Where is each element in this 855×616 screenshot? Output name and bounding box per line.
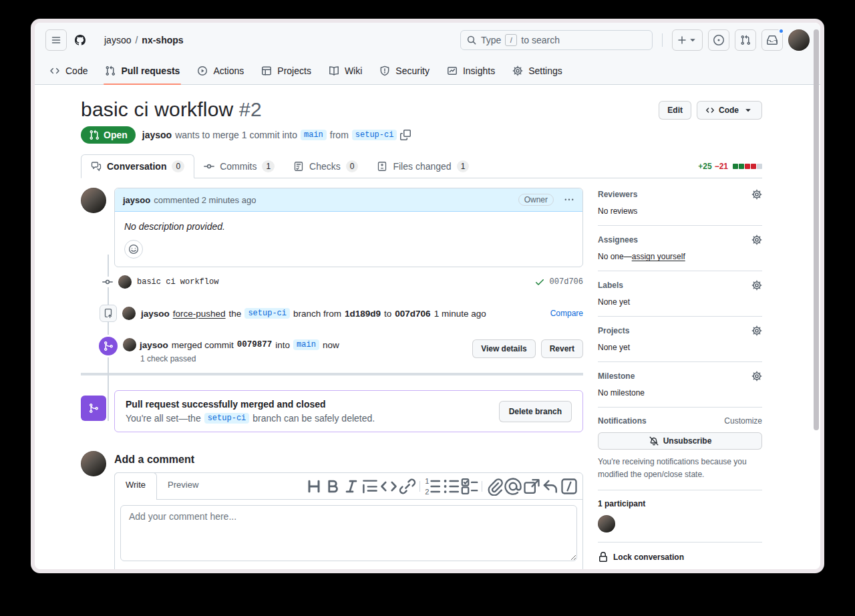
issues-icon: [713, 35, 724, 45]
diffstat: +25 −21: [698, 162, 762, 178]
attachment-icon[interactable]: [485, 477, 504, 496]
nav-tab-wiki[interactable]: Wiki: [322, 57, 369, 84]
editor-tabbar: Write Preview 12: [115, 473, 582, 500]
merged-banner-box: Pull request successfully merged and clo…: [114, 390, 583, 432]
merge-commit-hash[interactable]: 0079877: [237, 340, 273, 349]
commit-message[interactable]: basic ci workflow: [137, 277, 218, 287]
merge-author[interactable]: jaysoo: [140, 340, 168, 350]
sidebar-section-assignees: Assignees No one—assign yourself: [598, 226, 762, 271]
tab-files-changed[interactable]: Files changed 1: [367, 155, 478, 178]
comment-box: jaysoo commented 2 minutes ago Owner No …: [114, 188, 583, 267]
breadcrumb-repo[interactable]: nx-shops: [142, 35, 183, 45]
add-reaction-button[interactable]: [124, 240, 143, 259]
nav-tab-projects[interactable]: Projects: [254, 57, 318, 84]
link-icon[interactable]: [398, 477, 417, 496]
user-avatar[interactable]: [788, 29, 810, 51]
merge-author-avatar[interactable]: [123, 338, 136, 351]
preview-tab[interactable]: Preview: [157, 473, 209, 499]
compare-link[interactable]: Compare: [550, 309, 583, 318]
saved-replies-icon[interactable]: [560, 477, 578, 496]
ordered-list-icon[interactable]: 12: [423, 477, 442, 496]
commit-hash[interactable]: 007d706: [550, 277, 583, 287]
tab-conversation[interactable]: Conversation 0: [81, 154, 194, 178]
lock-conversation-button[interactable]: Lock conversation: [598, 543, 762, 569]
unordered-list-icon[interactable]: [442, 477, 460, 496]
force-pushed-link[interactable]: force-pushed: [173, 309, 226, 319]
gear-icon[interactable]: [751, 235, 762, 245]
status-badge: Open: [81, 126, 136, 144]
comment-author[interactable]: jaysoo: [123, 195, 150, 205]
comment-author-avatar[interactable]: [81, 188, 106, 213]
code-icon: [705, 106, 715, 115]
head-branch-label[interactable]: setup-ci: [352, 130, 397, 140]
commits-count: 1: [262, 160, 275, 172]
pr-author[interactable]: jaysoo: [142, 130, 172, 140]
assign-yourself-link[interactable]: assign yourself: [632, 252, 685, 261]
inbox-button[interactable]: [761, 29, 783, 51]
bell-slash-icon: [649, 436, 659, 446]
nav-tab-security[interactable]: Security: [373, 57, 436, 84]
participant-avatar[interactable]: [598, 515, 615, 532]
mention-icon[interactable]: [504, 477, 522, 496]
unsubscribe-button[interactable]: Unsubscribe: [598, 432, 762, 450]
issues-button[interactable]: [708, 29, 729, 51]
nav-tab-code[interactable]: Code: [43, 57, 94, 84]
tasklist-icon[interactable]: [460, 477, 479, 496]
comment-header: jaysoo commented 2 minutes ago Owner: [115, 188, 582, 212]
tab-commits[interactable]: Commits 1: [194, 155, 284, 178]
push-branch-label[interactable]: setup-ci: [244, 308, 290, 319]
cross-reference-icon[interactable]: [522, 477, 541, 496]
current-user-avatar[interactable]: [81, 451, 106, 476]
shield-icon: [379, 65, 390, 76]
file-diff-icon: [377, 161, 387, 172]
nav-tab-insights[interactable]: Insights: [440, 57, 502, 84]
revert-button[interactable]: Revert: [541, 339, 583, 358]
code-dropdown-button[interactable]: Code: [697, 101, 762, 120]
banner-branch-label[interactable]: setup-ci: [204, 413, 250, 424]
italic-icon[interactable]: [342, 477, 361, 496]
customize-link[interactable]: Customize: [724, 416, 762, 426]
github-logo-icon[interactable]: [75, 29, 96, 51]
gear-icon[interactable]: [751, 371, 762, 381]
tab-checks[interactable]: Checks 0: [284, 155, 367, 178]
gear-icon[interactable]: [751, 280, 762, 291]
repo-push-icon: [103, 308, 114, 319]
push-new-hash[interactable]: 007d706: [395, 309, 430, 319]
code-icon[interactable]: [379, 477, 398, 496]
commit-author-avatar[interactable]: [118, 275, 132, 289]
view-details-button[interactable]: View details: [472, 339, 535, 358]
pr-header: basic ci workflow #2 Edit Code: [81, 98, 762, 121]
sidebar-section-reviewers: Reviewers No reviews: [598, 188, 762, 226]
comment-editor: Write Preview 12: [114, 472, 583, 569]
quote-icon[interactable]: [361, 477, 379, 496]
merge-branch-label[interactable]: main: [293, 339, 319, 350]
nav-tab-pull-requests[interactable]: Pull requests: [98, 57, 186, 84]
edit-button[interactable]: Edit: [659, 101, 691, 120]
pull-requests-button[interactable]: [735, 29, 756, 51]
editor-toolbar: 12: [305, 473, 582, 499]
nav-tab-settings[interactable]: Settings: [506, 57, 569, 84]
global-nav-menu-button[interactable]: [45, 29, 67, 51]
gear-icon[interactable]: [751, 325, 762, 336]
comment-textarea[interactable]: [120, 505, 577, 561]
copy-icon[interactable]: [400, 130, 411, 140]
gear-icon[interactable]: [751, 189, 762, 200]
gear-icon: [512, 65, 523, 76]
create-new-button[interactable]: [672, 29, 703, 51]
delete-branch-button[interactable]: Delete branch: [499, 401, 572, 422]
push-author[interactable]: jaysoo: [141, 309, 170, 319]
nav-tab-actions[interactable]: Actions: [190, 57, 250, 84]
bold-icon[interactable]: [323, 477, 342, 496]
toolbar-divider: [482, 481, 482, 492]
reply-icon[interactable]: [541, 477, 560, 496]
push-old-hash[interactable]: 1d189d9: [345, 309, 381, 319]
push-author-avatar[interactable]: [122, 307, 136, 320]
search-input[interactable]: Type / to search: [460, 30, 653, 50]
scrollbar-thumb[interactable]: [814, 29, 819, 430]
kebab-icon[interactable]: [564, 194, 574, 205]
breadcrumb-owner[interactable]: jaysoo: [104, 35, 131, 45]
heading-icon[interactable]: [305, 477, 323, 496]
base-branch-label[interactable]: main: [301, 130, 327, 140]
check-status-note[interactable]: 1 check passed: [140, 354, 339, 363]
write-tab[interactable]: Write: [114, 472, 157, 500]
